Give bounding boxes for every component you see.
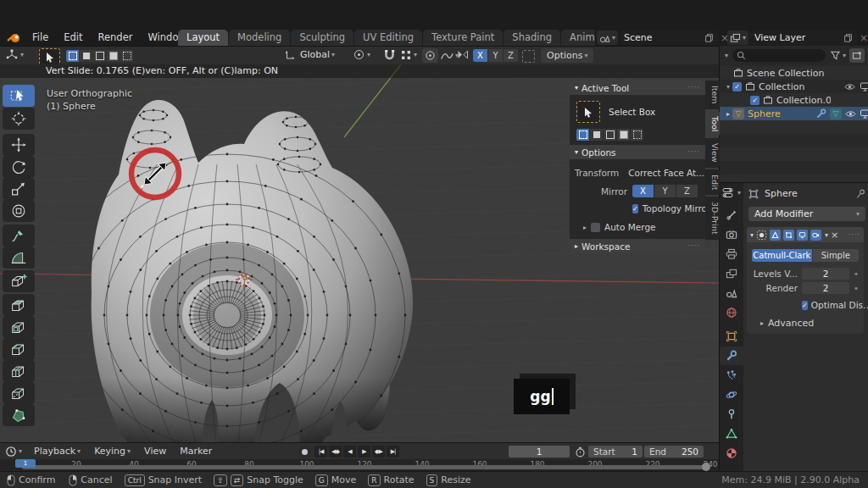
start-frame-field[interactable]: Start 1	[588, 446, 643, 458]
stopwatch-icon[interactable]	[575, 446, 586, 458]
blender-logo-icon[interactable]	[7, 31, 21, 44]
select-mode-subtract[interactable]	[604, 129, 616, 141]
mirror-y-button[interactable]: Y	[654, 185, 676, 197]
timeline-scrollbar[interactable]	[22, 465, 705, 469]
render-levels-field[interactable]: 2	[802, 282, 849, 294]
filter-icon[interactable]	[830, 50, 841, 60]
outliner-row-sphere[interactable]: ▸ ▽ Sphere ▽	[720, 107, 868, 120]
new-collection-button[interactable]	[849, 48, 865, 63]
tab-modifiers[interactable]	[720, 347, 743, 365]
toggle-edit-mode-icon[interactable]	[770, 230, 781, 241]
select-mode-intersect[interactable]	[120, 50, 133, 62]
sidebar-tab-tool[interactable]: Tool	[705, 111, 720, 136]
scrollbar-handle[interactable]	[702, 463, 710, 471]
options-button[interactable]: Options ▾	[541, 48, 593, 63]
modified-mesh-icon[interactable]: ▽	[830, 108, 842, 119]
mesh-object[interactable]	[85, 100, 424, 442]
play-button[interactable]: ▶	[358, 446, 370, 458]
panel-drag-handle[interactable]: ····	[688, 148, 700, 156]
snap-target-icon[interactable]	[522, 50, 535, 63]
tab-particles[interactable]	[720, 366, 743, 385]
tool-add-cube[interactable]	[3, 270, 35, 292]
tool-select-box[interactable]	[3, 85, 35, 107]
scene-icon[interactable]: ▾	[597, 30, 618, 45]
sidebar-tab-view[interactable]: View	[705, 138, 720, 168]
select-mode-subtract[interactable]	[93, 50, 106, 62]
menu-file[interactable]: File	[25, 30, 56, 46]
tab-tool[interactable]	[720, 206, 743, 225]
topology-mirror-checkbox[interactable]: ✓	[632, 204, 638, 214]
copy-icon[interactable]	[704, 33, 714, 42]
mirror-z-button[interactable]: Z	[676, 185, 698, 197]
chevron-down-icon[interactable]: ▾	[750, 231, 754, 239]
select-mode-new[interactable]	[66, 50, 79, 62]
view-layer-field[interactable]: View Layer	[750, 30, 857, 45]
tab-material[interactable]	[720, 444, 743, 463]
mirror-x-button[interactable]: X	[473, 49, 487, 62]
outliner-row-collection[interactable]: ▾ ✓ Collection	[720, 80, 868, 93]
tab-animation[interactable]: Animation	[561, 30, 595, 46]
tool-inset-faces[interactable]	[3, 316, 35, 338]
select-mode-extend[interactable]	[590, 129, 603, 141]
breadcrumb-object-name[interactable]: Sphere	[765, 188, 798, 199]
select-mode-extend[interactable]	[80, 50, 92, 62]
collection-checkbox[interactable]: ✓	[750, 96, 760, 105]
disable-render-icon[interactable]	[860, 109, 868, 119]
snap-elements-icon[interactable]	[400, 49, 412, 61]
chevron-right-icon[interactable]: ▸	[583, 224, 587, 231]
copy-icon[interactable]	[843, 33, 853, 42]
tab-sculpting[interactable]: Sculpting	[291, 30, 353, 46]
tool-transform[interactable]	[3, 200, 35, 222]
tab-texture-paint[interactable]: Texture Paint	[423, 30, 503, 46]
viewport-text-input[interactable]: gg	[514, 379, 570, 414]
keying-menu[interactable]: Keying▾	[94, 446, 131, 457]
tool-poly-build[interactable]	[3, 404, 35, 426]
tab-modeling[interactable]: Modeling	[229, 30, 290, 46]
tool-bevel[interactable]	[3, 338, 35, 360]
sidebar-tab-item[interactable]: Item	[705, 80, 720, 109]
tab-object[interactable]	[720, 327, 743, 346]
menu-edit[interactable]: Edit	[56, 30, 90, 46]
tool-measure[interactable]	[3, 247, 35, 269]
marker-menu[interactable]: Marker	[180, 446, 212, 457]
end-frame-field[interactable]: End 250	[644, 446, 704, 458]
catmull-clark-button[interactable]: Catmull-Clark	[752, 249, 812, 262]
remove-view-layer-icon[interactable]: ×	[860, 32, 868, 44]
hide-eye-icon[interactable]	[844, 82, 855, 92]
outliner-row-collection-001[interactable]: ✓ Collection.00	[720, 93, 868, 107]
timeline-ruler[interactable]: 20406080100120140160180200220240 1	[0, 459, 719, 471]
chevron-right-icon[interactable]: ▸	[760, 319, 764, 327]
tab-world[interactable]	[720, 303, 743, 322]
tab-shading[interactable]: Shading	[504, 30, 560, 46]
view-menu[interactable]: View	[144, 446, 166, 457]
pin-icon[interactable]	[856, 189, 865, 199]
tool-annotate[interactable]	[3, 225, 35, 247]
toggle-render-icon[interactable]	[810, 230, 821, 241]
optimal-display-checkbox[interactable]: ✓	[802, 301, 808, 310]
active-tool-button[interactable]	[39, 48, 60, 65]
active-tool-panel-header[interactable]: ▾ Active Tool ····	[570, 80, 705, 95]
tab-view-layer[interactable]	[720, 264, 743, 283]
tab-object-data[interactable]	[720, 424, 743, 443]
chevron-down-icon[interactable]: ▾	[825, 231, 828, 239]
tab-render[interactable]	[720, 225, 743, 244]
display-mode-chevron-icon[interactable]: ▾	[725, 52, 728, 59]
tool-move[interactable]	[3, 134, 35, 156]
tool-cursor[interactable]	[3, 108, 35, 130]
view-layer-icon[interactable]: ▾	[727, 30, 748, 45]
options-panel-header[interactable]: ▾ Options ····	[570, 145, 705, 159]
toggle-cage-icon[interactable]	[783, 230, 794, 241]
orientation-value[interactable]: Global	[300, 49, 330, 60]
select-mode-new[interactable]	[576, 129, 589, 141]
add-modifier-dropdown[interactable]: Add Modifier ▾	[748, 207, 865, 221]
falloff-curve-icon[interactable]	[440, 50, 453, 62]
editor-type-button[interactable]: ▾	[5, 48, 24, 60]
tab-constraints[interactable]	[720, 405, 743, 424]
playhead[interactable]: 1	[15, 459, 36, 468]
panel-drag-handle[interactable]: ····	[688, 84, 700, 92]
tab-output[interactable]	[720, 245, 743, 263]
select-mode-invert[interactable]	[107, 50, 120, 62]
jump-to-end-button[interactable]: ▶|	[387, 446, 399, 458]
tool-rotate[interactable]	[3, 156, 35, 178]
workspace-panel-header[interactable]: ▸ Workspace ····	[570, 239, 705, 253]
